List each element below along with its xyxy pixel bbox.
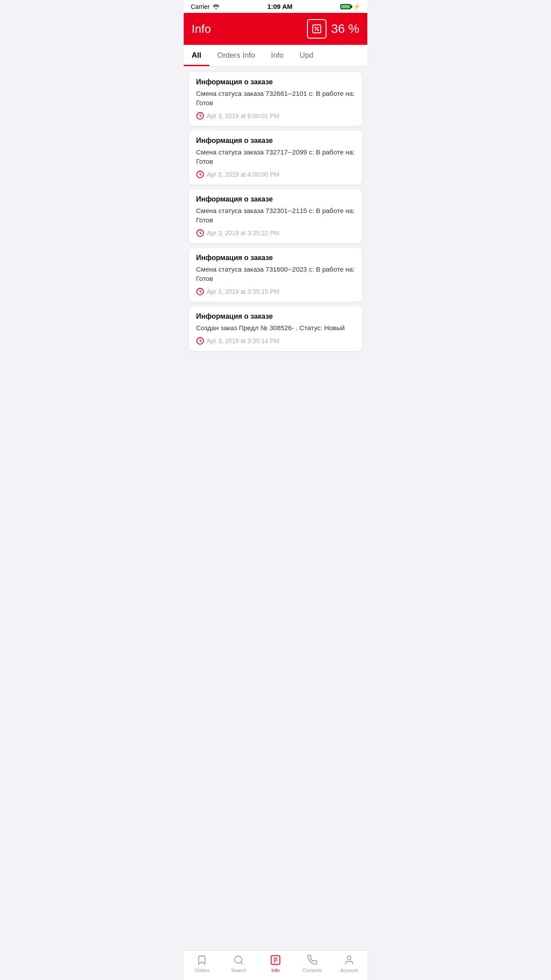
svg-line-11 <box>241 962 243 964</box>
info-list-icon <box>270 954 281 966</box>
card-time-3: Apr 3, 2019 at 3:35:22 PM <box>196 229 355 237</box>
card-time-2: Apr 3, 2019 at 4:00:00 PM <box>196 170 355 178</box>
tab-orders-info[interactable]: Orders Info <box>209 45 263 66</box>
card-body-3: Смена статуса заказа 732301--2115 с: В р… <box>196 206 355 225</box>
tab-upd[interactable]: Upd <box>291 45 321 66</box>
clock-icon-5 <box>196 337 204 345</box>
clock-icon-2 <box>196 170 204 178</box>
search-icon <box>233 954 244 966</box>
bookmark-icon <box>196 954 208 966</box>
card-title-2: Информация о заказе <box>196 137 355 145</box>
card-title-4: Информация о заказе <box>196 254 355 262</box>
svg-point-4 <box>318 30 319 31</box>
notification-card-1[interactable]: Информация о заказе Смена статуса заказа… <box>189 72 362 126</box>
svg-point-10 <box>235 956 242 963</box>
svg-point-0 <box>215 8 216 9</box>
bottom-tab-orders-label: Orders <box>195 968 210 973</box>
bottom-tab-orders[interactable]: Orders <box>184 954 220 973</box>
bottom-tab-account[interactable]: Account <box>331 954 367 973</box>
discount-icon <box>307 19 327 39</box>
bottom-tab-contacts-label: Contacts <box>303 968 322 973</box>
page-header: Info 36 % <box>184 13 367 45</box>
percent-tag-icon <box>311 24 322 34</box>
status-battery: ⚡ <box>340 3 360 10</box>
card-body-1: Смена статуса заказа 732661--2101 с: В р… <box>196 89 355 107</box>
card-body-2: Смена статуса заказа 732717--2099 с: В р… <box>196 147 355 166</box>
card-body-4: Смена статуса заказа 731600--2023 с: В р… <box>196 265 355 283</box>
card-time-5: Apr 3, 2019 at 3:35:14 PM <box>196 337 355 345</box>
status-bar: Carrier 1:09 AM ⚡ <box>184 0 367 13</box>
bottom-tab-search[interactable]: Search <box>220 954 257 973</box>
card-time-1: Apr 3, 2019 at 6:00:01 PM <box>196 112 355 120</box>
bottom-tab-contacts[interactable]: Contacts <box>294 954 331 973</box>
page-title: Info <box>192 22 211 36</box>
status-carrier: Carrier <box>191 3 220 10</box>
wifi-icon <box>213 4 220 9</box>
svg-point-16 <box>347 956 351 960</box>
header-discount-area: 36 % <box>307 19 359 39</box>
status-time: 1:09 AM <box>267 3 292 10</box>
clock-icon-4 <box>196 288 204 296</box>
notifications-list: Информация о заказе Смена статуса заказа… <box>184 67 367 396</box>
notification-card-2[interactable]: Информация о заказе Смена статуса заказа… <box>189 130 362 185</box>
bottom-tab-search-label: Search <box>231 968 247 973</box>
bottom-tab-info[interactable]: Info <box>257 954 294 973</box>
clock-icon-1 <box>196 112 204 120</box>
tab-info[interactable]: Info <box>263 45 291 66</box>
notification-card-5[interactable]: Информация о заказе Создан заказ Предл №… <box>189 306 362 351</box>
discount-value: 36 % <box>331 22 359 36</box>
card-title-5: Информация о заказе <box>196 312 355 320</box>
bottom-tab-info-label: Info <box>272 968 279 973</box>
card-title-3: Информация о заказе <box>196 195 355 203</box>
tabs-bar: All Orders Info Info Upd <box>184 45 367 67</box>
card-time-4: Apr 3, 2019 at 3:35:15 PM <box>196 288 355 296</box>
clock-icon-3 <box>196 229 204 237</box>
tab-all[interactable]: All <box>184 45 209 66</box>
battery-icon <box>340 4 351 9</box>
svg-point-3 <box>315 27 316 28</box>
card-title-1: Информация о заказе <box>196 78 355 86</box>
bottom-tab-account-label: Account <box>340 968 358 973</box>
person-icon <box>343 954 355 966</box>
phone-icon <box>307 954 318 966</box>
bottom-tab-bar: Orders Search Info Contacts <box>184 950 367 980</box>
notification-card-3[interactable]: Информация о заказе Смена статуса заказа… <box>189 189 362 243</box>
notification-card-4[interactable]: Информация о заказе Смена статуса заказа… <box>189 248 362 302</box>
card-body-5: Создан заказ Предл № 308526- . Статус: Н… <box>196 323 355 332</box>
